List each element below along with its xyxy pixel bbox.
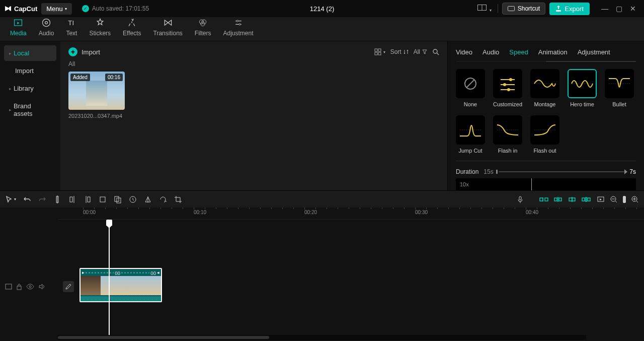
split-tool[interactable]: [53, 195, 61, 203]
layout-button[interactable]: ▾: [475, 3, 494, 15]
magnet-mode-3[interactable]: [567, 195, 578, 204]
tab-filters[interactable]: Filters: [189, 15, 217, 41]
curve-montage[interactable]: Montage: [530, 69, 559, 107]
curve-bullet[interactable]: Bullet: [605, 69, 634, 107]
tab-audio[interactable]: Audio: [33, 15, 60, 41]
undo-button[interactable]: [23, 195, 31, 203]
svg-rect-38: [100, 197, 105, 202]
curve-customized[interactable]: Customized: [493, 69, 522, 107]
reverse-tool[interactable]: [129, 195, 137, 203]
view-grid-button[interactable]: ▾: [374, 48, 385, 55]
select-tool[interactable]: ▾: [5, 195, 16, 203]
timeline-ruler[interactable]: 00:00 00:10 00:20 00:30 00:40: [58, 208, 644, 220]
split-left-tool[interactable]: [68, 195, 76, 203]
export-icon: [555, 6, 561, 12]
timeline-tracks[interactable]: ▸()()()()◂: [0, 220, 644, 335]
window-close-button[interactable]: ✕: [626, 2, 640, 16]
tab-transitions[interactable]: Transitions: [147, 15, 189, 41]
tab-media[interactable]: Media: [4, 15, 33, 41]
media-panel: + Import ▾ Sort All All Added 00:16 2023…: [60, 41, 447, 190]
search-icon: [432, 48, 439, 55]
svg-point-10: [236, 20, 237, 22]
tab-stickers[interactable]: Stickers: [83, 15, 117, 41]
import-button[interactable]: + Import: [68, 47, 100, 56]
voiceover-button[interactable]: [516, 195, 524, 203]
media-sidebar: ▸Local Import ▸Library ▸Brand assets: [0, 41, 60, 190]
speed-mode-curve[interactable]: Curve: [546, 61, 636, 62]
export-button[interactable]: Export: [549, 3, 590, 15]
svg-rect-65: [6, 284, 12, 289]
primary-tabs: Media Audio TI Text Stickers Effects Tra…: [0, 17, 644, 41]
tab-text[interactable]: TI Text: [60, 15, 83, 41]
curve-flash-out[interactable]: Flash out: [530, 115, 559, 154]
stickers-icon: [95, 18, 105, 28]
tab-adjustment[interactable]: Adjustment: [217, 15, 259, 41]
duration-track[interactable]: [499, 171, 625, 172]
clip-duration-badge: 00:16: [105, 74, 123, 81]
menu-button[interactable]: Menu ▾: [41, 3, 72, 15]
curve-jump-cut[interactable]: Jump Cut: [456, 115, 485, 154]
track-edit-button[interactable]: [63, 281, 74, 292]
rotate-tool[interactable]: [159, 195, 167, 203]
inspector-tab-animation[interactable]: Animation: [538, 48, 568, 56]
magnet-mode-1[interactable]: [538, 195, 549, 204]
ruler-tick: 00:10: [194, 210, 206, 215]
split-right-tool[interactable]: [84, 195, 92, 203]
curve-none[interactable]: None: [456, 69, 485, 107]
tab-effects[interactable]: Effects: [117, 15, 147, 41]
playhead[interactable]: [109, 220, 110, 335]
clip-filename: 20231020...0347.mp4: [68, 113, 125, 119]
redo-button[interactable]: [38, 195, 46, 203]
speed-mode-toggle: Normal Curve: [456, 61, 636, 62]
filter-icon: [422, 49, 427, 54]
copy-tool[interactable]: [114, 195, 122, 203]
svg-rect-34: [70, 197, 72, 202]
timeline-clip[interactable]: ▸()()()()◂: [79, 268, 162, 302]
filter-all-button[interactable]: All: [414, 48, 427, 55]
crop-tool[interactable]: [99, 195, 107, 203]
inspector-tab-speed[interactable]: Speed: [509, 48, 528, 56]
zoom-out-button[interactable]: [610, 195, 618, 203]
curve-flash-in[interactable]: Flash in: [493, 115, 522, 154]
window-minimize-button[interactable]: —: [598, 2, 612, 16]
mirror-tool[interactable]: [144, 195, 152, 203]
mic-icon: [516, 195, 524, 203]
zoom-slider-handle[interactable]: [623, 196, 626, 203]
crop-ratio-tool[interactable]: [174, 195, 182, 203]
window-maximize-button[interactable]: ▢: [612, 2, 626, 16]
curve-hero-time[interactable]: Hero time: [568, 69, 597, 107]
magnet-mode-4[interactable]: [581, 195, 592, 204]
autosave-status: ✓ Auto saved: 17:01:55: [82, 5, 149, 12]
track-visibility-toggle[interactable]: [26, 284, 34, 291]
inspector-tab-adjustment[interactable]: Adjustment: [578, 48, 610, 56]
inspector-tab-audio[interactable]: Audio: [482, 48, 499, 56]
timeline: 00:00 00:10 00:20 00:30 00:40 ▸()()()()◂: [0, 208, 644, 341]
jump-curve-icon: [458, 120, 482, 140]
preview-toggle[interactable]: [597, 195, 605, 203]
speed-graph[interactable]: 10x: [456, 178, 636, 190]
sliders-icon: [496, 74, 520, 94]
track-lock-toggle[interactable]: [16, 283, 22, 292]
track-mute-toggle[interactable]: [38, 283, 45, 292]
svg-rect-51: [569, 198, 572, 201]
svg-line-64: [636, 201, 638, 202]
search-button[interactable]: [432, 48, 439, 55]
timeline-scrollbar[interactable]: [58, 335, 586, 340]
magnet-mode-2[interactable]: [552, 195, 564, 204]
plus-icon: +: [68, 47, 77, 56]
sort-button[interactable]: Sort: [390, 48, 409, 55]
inspector-tab-video[interactable]: Video: [456, 48, 472, 56]
sidebar-item-brand-assets[interactable]: ▸Brand assets: [4, 98, 56, 121]
sidebar-item-library[interactable]: ▸Library: [4, 81, 56, 96]
svg-rect-53: [582, 198, 585, 201]
sidebar-item-import[interactable]: Import: [4, 63, 56, 79]
sidebar-item-local[interactable]: ▸Local: [4, 45, 56, 61]
track-cover-toggle[interactable]: [5, 283, 12, 292]
speed-mode-normal[interactable]: Normal: [456, 61, 546, 62]
shortcut-button[interactable]: Shortcut: [502, 3, 546, 15]
zoom-in-button[interactable]: [631, 195, 639, 203]
ruler-tick: 00:20: [304, 210, 317, 215]
check-icon: ✓: [82, 5, 89, 12]
media-clip-thumb[interactable]: Added 00:16 20231020...0347.mp4: [68, 72, 125, 119]
svg-point-67: [29, 286, 31, 288]
